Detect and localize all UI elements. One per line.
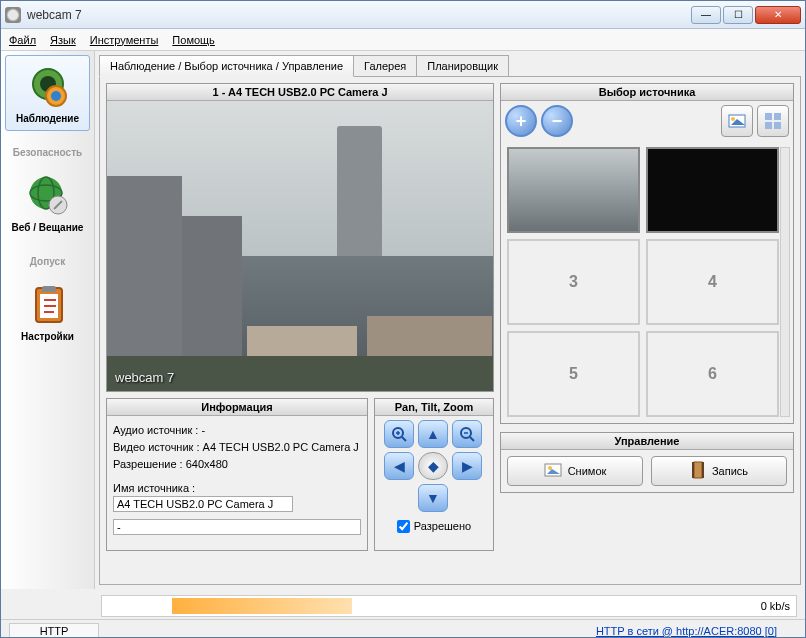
snapshot-label: Снимок [568, 465, 607, 477]
control-title: Управление [501, 433, 793, 450]
ptz-panel: Pan, Tilt, Zoom ▲ ◀ ◆ ▶ ▼ [374, 398, 494, 551]
source-cell-3[interactable]: 3 [507, 239, 640, 325]
photo-icon [544, 462, 562, 480]
control-panel: Управление Снимок Запись [500, 432, 794, 493]
svg-point-25 [548, 466, 552, 470]
svg-rect-27 [692, 462, 694, 478]
info-panel: Информация Аудио источник : - Видео исто… [106, 398, 368, 551]
pan-right-button[interactable]: ▶ [452, 452, 482, 480]
add-source-button[interactable]: + [505, 105, 537, 137]
tilt-up-button[interactable]: ▲ [418, 420, 448, 448]
status-http: HTTP [9, 623, 99, 639]
source-wizard-button[interactable] [721, 105, 753, 137]
info-title: Информация [107, 399, 367, 416]
source-select-title: Выбор источника [501, 84, 793, 101]
sidebar: Наблюдение Безопасность Веб / Вещание До… [1, 51, 95, 589]
video-src-label: Видео источник : [113, 441, 200, 453]
tilt-down-button[interactable]: ▼ [418, 484, 448, 512]
snapshot-button[interactable]: Снимок [507, 456, 643, 486]
source-grid: 3 4 5 6 [501, 141, 793, 423]
resolution-value: 640x480 [186, 458, 228, 470]
audio-label: Аудио источник : [113, 424, 198, 436]
record-button[interactable]: Запись [651, 456, 787, 486]
close-button[interactable]: ✕ [755, 6, 801, 24]
remove-source-button[interactable]: − [541, 105, 573, 137]
ptz-allowed-checkbox[interactable] [397, 520, 410, 533]
source-cell-6[interactable]: 6 [646, 331, 779, 417]
svg-rect-20 [765, 113, 772, 120]
svg-point-3 [51, 91, 61, 101]
video-preview[interactable]: webcam 7 [107, 101, 493, 391]
window-title: webcam 7 [27, 8, 691, 22]
sidebar-item-monitoring[interactable]: Наблюдение [5, 55, 90, 131]
video-watermark: webcam 7 [115, 370, 174, 385]
app-icon [5, 7, 21, 23]
sidebar-item-label: Настройки [21, 331, 74, 342]
zoom-out-button[interactable] [452, 420, 482, 448]
sidebar-item-label: Веб / Вещание [12, 222, 84, 233]
bandwidth-value: 0 kb/s [761, 600, 790, 612]
tabs: Наблюдение / Выбор источника / Управлени… [99, 55, 801, 77]
source-cell-5[interactable]: 5 [507, 331, 640, 417]
video-panel: 1 - A4 TECH USB2.0 PC Camera J webcam 7 [106, 83, 494, 392]
video-src-value: A4 TECH USB2.0 PC Camera J [203, 441, 359, 453]
statusbar: HTTP HTTP в сети @ http://ACER:8080 [0] [1, 619, 805, 638]
tab-monitoring[interactable]: Наблюдение / Выбор источника / Управлени… [99, 55, 354, 77]
svg-line-16 [470, 437, 474, 441]
film-icon [690, 461, 706, 481]
sidebar-item-settings[interactable]: Настройки [5, 273, 90, 349]
ptz-title: Pan, Tilt, Zoom [375, 399, 493, 416]
video-title: 1 - A4 TECH USB2.0 PC Camera J [107, 84, 493, 101]
sidebar-item-web[interactable]: Веб / Вещание [5, 164, 90, 240]
svg-rect-28 [702, 462, 704, 478]
tab-scheduler[interactable]: Планировщик [416, 55, 509, 77]
titlebar[interactable]: webcam 7 — ☐ ✕ [1, 1, 805, 29]
menubar: Файл Язык Инструменты Помощь [1, 29, 805, 51]
source-cell-2[interactable] [646, 147, 779, 233]
source-select-panel: Выбор источника + − 3 4 [500, 83, 794, 424]
source-extra-input[interactable] [113, 519, 361, 535]
resolution-label: Разрешение : [113, 458, 183, 470]
source-grid-button[interactable] [757, 105, 789, 137]
sidebar-group-security: Безопасность [5, 147, 90, 158]
menu-file[interactable]: Файл [9, 34, 36, 46]
status-link[interactable]: HTTP в сети @ http://ACER:8080 [0] [596, 625, 777, 637]
source-name-label: Имя источника : [113, 482, 195, 494]
svg-rect-23 [774, 122, 781, 129]
svg-rect-10 [42, 286, 56, 292]
sidebar-group-access: Допуск [5, 256, 90, 267]
maximize-button[interactable]: ☐ [723, 6, 753, 24]
source-scrollbar[interactable] [780, 147, 790, 417]
minimize-button[interactable]: — [691, 6, 721, 24]
svg-point-19 [731, 117, 735, 121]
bandwidth-meter: 0 kb/s [101, 595, 797, 617]
main-area: Наблюдение / Выбор источника / Управлени… [95, 51, 805, 589]
sidebar-item-label: Наблюдение [16, 113, 79, 124]
svg-rect-21 [774, 113, 781, 120]
webcam-icon [24, 62, 72, 110]
zoom-in-button[interactable] [384, 420, 414, 448]
menu-tools[interactable]: Инструменты [90, 34, 159, 46]
ptz-allowed-label: Разрешено [414, 520, 471, 532]
menu-language[interactable]: Язык [50, 34, 76, 46]
svg-rect-26 [694, 462, 702, 478]
source-cell-4[interactable]: 4 [646, 239, 779, 325]
clipboard-icon [24, 280, 72, 328]
globe-icon [24, 171, 72, 219]
ptz-home-button[interactable]: ◆ [418, 452, 448, 480]
menu-help[interactable]: Помощь [172, 34, 215, 46]
source-cell-1[interactable] [507, 147, 640, 233]
pan-left-button[interactable]: ◀ [384, 452, 414, 480]
svg-line-12 [402, 437, 406, 441]
app-window: webcam 7 — ☐ ✕ Файл Язык Инструменты Пом… [0, 0, 806, 638]
audio-value: - [201, 424, 205, 436]
tab-gallery[interactable]: Галерея [353, 55, 417, 77]
record-label: Запись [712, 465, 748, 477]
svg-rect-22 [765, 122, 772, 129]
source-name-input[interactable] [113, 496, 293, 512]
